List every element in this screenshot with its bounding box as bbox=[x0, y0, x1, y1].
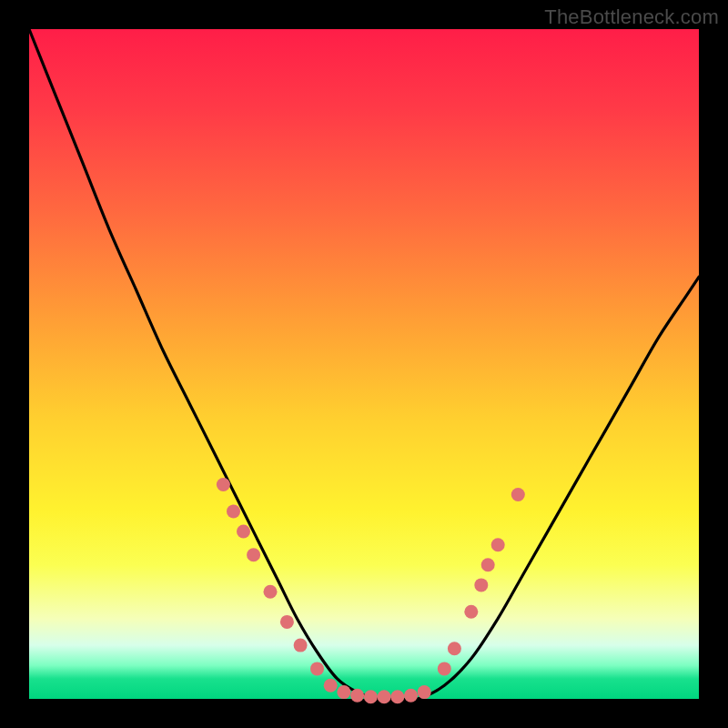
bottleneck-curve bbox=[29, 29, 699, 700]
curve-marker bbox=[448, 642, 461, 655]
curve-marker bbox=[264, 585, 278, 599]
curve-marker bbox=[324, 679, 338, 693]
curve-marker bbox=[227, 504, 240, 518]
curve-marker bbox=[310, 662, 324, 675]
watermark-text: TheBottleneck.com bbox=[544, 5, 719, 29]
curve-marker bbox=[217, 478, 230, 491]
curve-marker bbox=[390, 690, 404, 703]
curve-marker bbox=[247, 548, 260, 561]
curve-marker bbox=[511, 488, 525, 501]
curve-marker bbox=[350, 689, 364, 703]
curve-markers bbox=[217, 478, 525, 703]
curve-marker bbox=[337, 685, 350, 699]
curve-marker bbox=[474, 578, 488, 592]
curve-marker bbox=[491, 538, 505, 551]
curve-marker bbox=[418, 685, 431, 699]
curve-marker bbox=[280, 615, 294, 629]
curve-marker bbox=[464, 605, 478, 619]
curve-marker bbox=[237, 525, 250, 539]
curve-marker bbox=[364, 690, 378, 703]
plot-area bbox=[29, 29, 699, 699]
curve-marker bbox=[404, 689, 418, 703]
curve-svg bbox=[29, 29, 699, 699]
curve-marker bbox=[378, 690, 391, 703]
curve-marker bbox=[481, 558, 495, 571]
chart-frame: TheBottleneck.com bbox=[0, 0, 728, 728]
curve-marker bbox=[438, 662, 451, 675]
curve-marker bbox=[294, 639, 308, 652]
